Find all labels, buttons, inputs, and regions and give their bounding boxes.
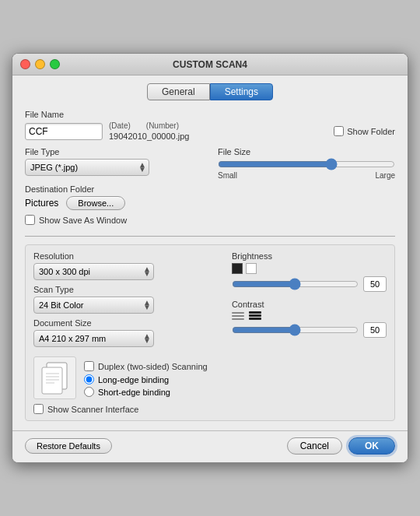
contrast-group: Contrast (232, 300, 387, 338)
show-save-as-checkbox[interactable] (25, 215, 35, 225)
scanner-interface-checkbox[interactable] (33, 404, 44, 414)
destination-folder-label: Destination Folder (25, 184, 395, 194)
show-folder-checkbox[interactable] (334, 126, 344, 136)
duplex-checkbox[interactable] (84, 361, 94, 371)
file-size-section: File Size Small Large (218, 147, 395, 180)
restore-defaults-button[interactable]: Restore Defaults (25, 438, 112, 454)
resolution-label: Resolution (33, 251, 219, 261)
long-edge-row: Long-edge binding (84, 374, 208, 384)
resolution-select[interactable]: 300 x 300 dpi 150 x 150 dpi 600 x 600 dp… (33, 263, 154, 280)
short-edge-radio[interactable] (84, 387, 94, 397)
long-edge-label: Long-edge binding (98, 375, 169, 384)
scan-type-label: Scan Type (33, 285, 219, 294)
short-edge-row: Short-edge binding (84, 387, 208, 397)
date-label: (Date) (109, 121, 131, 130)
right-controls: Brightness 50 Contrast (232, 251, 387, 352)
show-folder-wrap: Show Folder (334, 126, 395, 136)
brightness-light-icon (246, 263, 257, 274)
duplex-section: Duplex (two-sided) Scanning Long-edge bi… (33, 356, 387, 399)
titlebar: CUSTOM SCAN4 (12, 54, 408, 75)
destination-folder-section: Destination Folder Pictures Browse... Sh… (25, 184, 395, 225)
browse-button[interactable]: Browse... (66, 196, 125, 210)
duplex-options-group: Duplex (two-sided) Scanning Long-edge bi… (84, 356, 208, 397)
contrast-slider[interactable] (232, 325, 359, 335)
duplex-label: Duplex (two-sided) Scanning (98, 362, 208, 371)
scan-settings-section: Resolution 300 x 300 dpi 150 x 150 dpi 6… (25, 244, 395, 421)
file-size-small-label: Small (218, 171, 237, 180)
tab-bar: General Settings (25, 83, 395, 100)
file-name-label: File Name (25, 110, 395, 119)
contrast-value: 50 (363, 322, 387, 338)
file-type-label: File Type (25, 147, 202, 156)
file-name-section: File Name (Date) (Number) 19042010_00000… (25, 110, 395, 141)
document-size-select[interactable]: A4 210 x 297 mm Letter 8.5 x 11 in Legal… (33, 330, 154, 347)
file-name-input[interactable] (25, 123, 103, 140)
filename-suffix: 19042010_00000.jpg (109, 132, 189, 141)
brightness-label: Brightness (232, 251, 387, 261)
scanner-interface-label: Show Scanner Interface (47, 405, 138, 414)
document-size-label: Document Size (33, 318, 219, 328)
resolution-group: Resolution 300 x 300 dpi 150 x 150 dpi 6… (33, 251, 219, 280)
brightness-value: 50 (363, 276, 387, 292)
main-window: CUSTOM SCAN4 General Settings File Name … (12, 53, 408, 463)
short-edge-label: Short-edge binding (98, 388, 170, 397)
file-size-slider[interactable] (218, 159, 395, 170)
scan-type-group: Scan Type 24 Bit Color Grayscale Black &… (33, 285, 219, 314)
svg-rect-1 (42, 367, 62, 394)
file-size-label: File Size (218, 147, 395, 156)
scan-type-select[interactable]: 24 Bit Color Grayscale Black & White (33, 297, 154, 314)
brightness-slider[interactable] (232, 279, 359, 290)
brightness-group: Brightness 50 (232, 251, 387, 292)
minimize-button[interactable] (35, 59, 45, 69)
brightness-dark-icon (232, 263, 243, 274)
left-controls: Resolution 300 x 300 dpi 150 x 150 dpi 6… (33, 251, 219, 352)
scan-icon (33, 356, 76, 399)
ok-button[interactable]: OK (348, 437, 395, 455)
contrast-label: Contrast (232, 300, 387, 309)
folder-name: Pictures (25, 198, 58, 209)
close-button[interactable] (20, 59, 30, 69)
scan-pages-svg (37, 360, 73, 397)
footer-right-buttons: Cancel OK (287, 437, 395, 455)
contrast-high-icon (249, 311, 261, 320)
file-size-large-label: Large (375, 171, 395, 180)
show-save-as-label: Show Save As Window (39, 216, 127, 225)
file-type-select[interactable]: JPEG (*.jpg) PNG (*.png) TIFF (*.tif) PD… (25, 159, 149, 176)
tab-settings[interactable]: Settings (210, 83, 273, 100)
show-folder-label: Show Folder (347, 127, 395, 136)
window-title: CUSTOM SCAN4 (173, 59, 247, 70)
document-size-group: Document Size A4 210 x 297 mm Letter 8.5… (33, 318, 219, 347)
tab-general[interactable]: General (147, 83, 210, 100)
scanner-interface-row: Show Scanner Interface (33, 404, 387, 414)
window-controls (20, 59, 60, 69)
contrast-low-icon (232, 312, 244, 320)
section-divider (25, 236, 395, 237)
number-label: (Number) (146, 121, 179, 130)
file-type-section: File Type JPEG (*.jpg) PNG (*.png) TIFF … (25, 147, 202, 176)
footer: Restore Defaults Cancel OK (12, 430, 408, 462)
long-edge-radio[interactable] (84, 374, 94, 384)
maximize-button[interactable] (50, 59, 60, 69)
cancel-button[interactable]: Cancel (287, 437, 342, 455)
